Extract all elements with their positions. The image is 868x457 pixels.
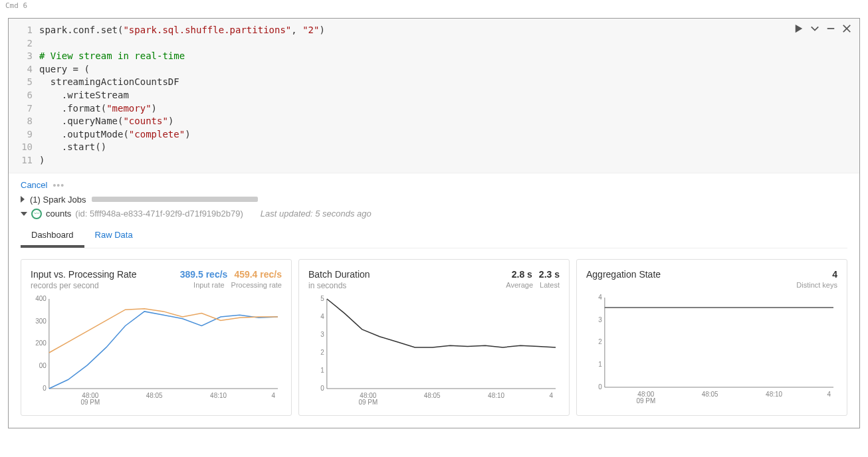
- collapse-triangle-icon[interactable]: [21, 212, 27, 216]
- chart-title: Input vs. Processing Rate: [31, 269, 137, 280]
- code-text[interactable]: spark.conf.set("spark.sql.shuffle.partit…: [39, 24, 325, 37]
- svg-text:48:05: 48:05: [424, 392, 441, 399]
- svg-text:0: 0: [320, 385, 324, 392]
- progress-dots-icon: •••: [53, 180, 64, 191]
- code-line[interactable]: 9 .outputMode("complete"): [9, 128, 859, 141]
- svg-rect-1: [827, 28, 835, 29]
- cell-toolbar: [794, 24, 851, 35]
- svg-text:3: 3: [598, 316, 602, 323]
- svg-text:200: 200: [35, 339, 47, 347]
- line-number: 3: [9, 50, 39, 63]
- svg-text:0: 0: [598, 383, 602, 391]
- code-line[interactable]: 6 .writeStream: [9, 89, 859, 102]
- distinct-keys-label: Distinct keys: [796, 281, 837, 289]
- code-text[interactable]: ): [39, 154, 45, 167]
- line-number: 11: [9, 154, 39, 167]
- line-number: 1: [9, 24, 39, 37]
- line-number: 7: [9, 102, 39, 116]
- code-line[interactable]: 7 .format("memory"): [9, 102, 859, 116]
- svg-text:2: 2: [320, 349, 324, 356]
- svg-text:1: 1: [598, 361, 602, 368]
- close-button[interactable]: [842, 24, 851, 35]
- run-dropdown-icon[interactable]: [810, 24, 819, 35]
- stream-icon: 〰: [31, 209, 42, 219]
- code-text[interactable]: .writeStream: [39, 89, 129, 102]
- line-number: 10: [9, 141, 39, 154]
- line-number: 8: [9, 115, 39, 128]
- code-text[interactable]: .start(): [39, 141, 106, 154]
- code-text[interactable]: .outputMode("complete"): [39, 128, 191, 141]
- latest-value: 2.3 s: [539, 269, 560, 280]
- code-line[interactable]: 11): [9, 154, 859, 167]
- latest-label: Latest: [540, 281, 560, 289]
- dashboard-charts: Input vs. Processing Rate records per se…: [21, 259, 847, 416]
- spark-jobs-label: (1) Spark Jobs: [30, 195, 86, 205]
- cell-label: Cmd 6: [0, 0, 868, 10]
- cancel-link[interactable]: Cancel: [21, 180, 47, 190]
- svg-text:48:05: 48:05: [702, 391, 718, 398]
- svg-text:09 PM: 09 PM: [80, 399, 100, 406]
- input-rate-label: Input rate: [193, 281, 224, 289]
- input-rate-value: 389.5 rec/s: [180, 269, 228, 280]
- chart-subtitle: in seconds: [308, 281, 370, 290]
- line-number: 4: [9, 63, 39, 76]
- svg-text:48:05: 48:05: [146, 392, 163, 399]
- code-line[interactable]: 3# View stream in real-time: [9, 50, 859, 63]
- svg-text:300: 300: [35, 317, 47, 324]
- expand-triangle-icon[interactable]: [21, 196, 25, 203]
- tabs: Dashboard Raw Data: [21, 225, 847, 248]
- stream-id: (id: 5fff948a-e833-471f-92f9-d71f919b2b7…: [75, 209, 243, 219]
- svg-text:4: 4: [550, 392, 554, 399]
- svg-text:400: 400: [35, 296, 47, 302]
- svg-text:48:10: 48:10: [766, 391, 782, 398]
- line-number: 9: [9, 128, 39, 141]
- svg-text:09 PM: 09 PM: [636, 397, 655, 405]
- line-number: 6: [9, 89, 39, 102]
- line-number: 2: [9, 37, 39, 50]
- cell-output: Cancel ••• (1) Spark Jobs 〰 counts (id: …: [9, 173, 859, 428]
- svg-marker-0: [796, 25, 803, 33]
- spark-jobs-row[interactable]: (1) Spark Jobs: [21, 195, 847, 205]
- svg-text:00: 00: [39, 362, 47, 369]
- svg-text:2: 2: [598, 338, 602, 345]
- code-line[interactable]: 4query = (: [9, 63, 859, 76]
- svg-text:09 PM: 09 PM: [358, 399, 378, 406]
- svg-text:5: 5: [320, 296, 324, 302]
- svg-text:4: 4: [320, 313, 324, 320]
- avg-value: 2.8 s: [512, 269, 532, 280]
- code-line[interactable]: 2: [9, 37, 859, 50]
- tab-dashboard[interactable]: Dashboard: [21, 225, 84, 248]
- stream-name: counts: [46, 209, 71, 219]
- code-line[interactable]: 10 .start(): [9, 141, 859, 154]
- code-line[interactable]: 8 .queryName("counts"): [9, 115, 859, 128]
- run-button[interactable]: [794, 24, 804, 35]
- chart-batch-duration: Batch Duration in seconds 2.8 s 2.3 s Av…: [298, 259, 570, 416]
- chart-title: Batch Duration: [308, 269, 370, 280]
- code-text[interactable]: .format("memory"): [39, 102, 157, 116]
- code-text[interactable]: # View stream in real-time: [39, 50, 185, 63]
- svg-text:4: 4: [272, 392, 276, 399]
- code-text[interactable]: .queryName("counts"): [39, 115, 173, 128]
- code-editor[interactable]: 1spark.conf.set("spark.sql.shuffle.parti…: [9, 19, 859, 173]
- line-number: 5: [9, 76, 39, 89]
- svg-text:48:10: 48:10: [488, 392, 504, 399]
- chart-input-processing: Input vs. Processing Rate records per se…: [21, 259, 292, 416]
- svg-text:4: 4: [827, 391, 831, 398]
- tab-rawdata[interactable]: Raw Data: [84, 225, 144, 248]
- svg-text:3: 3: [320, 331, 324, 338]
- processing-rate-label: Processing rate: [231, 281, 282, 289]
- chart-title: Aggregation State: [586, 269, 661, 280]
- code-text[interactable]: query = (: [39, 63, 90, 76]
- avg-label: Average: [506, 281, 533, 289]
- code-line[interactable]: 5 streamingActionCountsDF: [9, 76, 859, 89]
- stream-query-row[interactable]: 〰 counts (id: 5fff948a-e833-471f-92f9-d7…: [21, 209, 847, 219]
- code-text[interactable]: streamingActionCountsDF: [39, 76, 179, 89]
- svg-text:48:10: 48:10: [210, 392, 227, 399]
- notebook-cell: 1spark.conf.set("spark.sql.shuffle.parti…: [8, 18, 860, 428]
- processing-rate-value: 459.4 rec/s: [234, 269, 282, 280]
- chart-aggregation-state: Aggregation State 4 Distinct keys 012344…: [576, 259, 847, 416]
- last-updated: Last updated: 5 seconds ago: [261, 209, 372, 219]
- minimize-button[interactable]: [826, 24, 835, 35]
- code-line[interactable]: 1spark.conf.set("spark.sql.shuffle.parti…: [9, 24, 859, 37]
- chart-subtitle: records per second: [31, 281, 137, 290]
